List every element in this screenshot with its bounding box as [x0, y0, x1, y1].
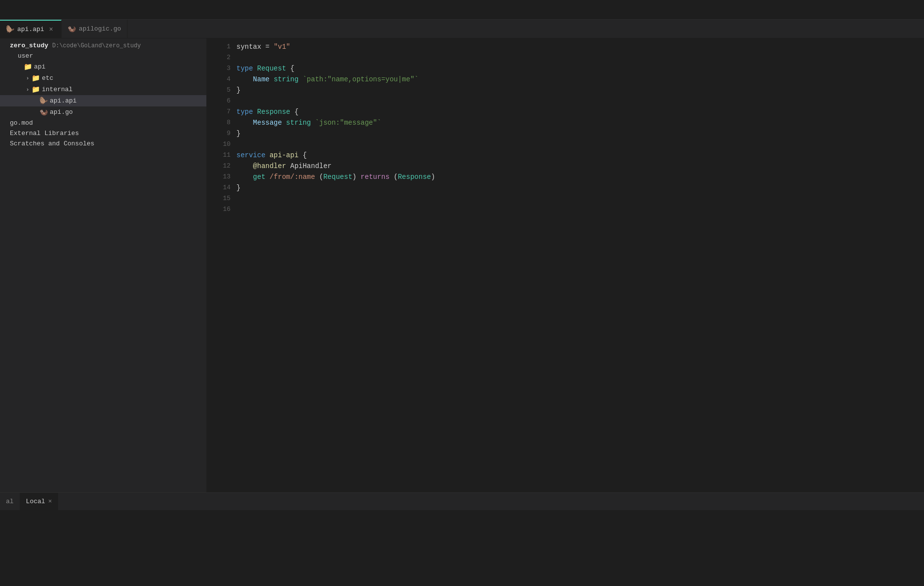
token-str: "v1" [274, 43, 291, 51]
code-line-8: Message string `json:"message"` [236, 117, 914, 128]
token-type-name: Request [323, 173, 352, 181]
token-method: get [253, 173, 265, 181]
line-number-9: 9 [207, 128, 231, 139]
code-line-9: } [236, 128, 914, 139]
token-plain [269, 75, 273, 83]
line-number-6: 6 [207, 96, 231, 106]
token-field-type: string [274, 75, 298, 83]
token-plain [265, 173, 269, 181]
bottom-tab-label-terminal-local: Local [26, 498, 45, 505]
close-bottom-tab-terminal-local[interactable]: × [48, 498, 52, 505]
token-plain [236, 119, 253, 127]
title-bar [0, 0, 924, 20]
token-plain: } [236, 130, 240, 138]
tab-apilogic-go[interactable]: 🦦 apilogic.go [62, 20, 128, 38]
token-url: /from/:name [269, 173, 315, 181]
line-number-10: 10 [207, 139, 231, 150]
line-number-7: 7 [207, 106, 231, 117]
token-kw-orange: returns [361, 173, 390, 181]
token-plain: { [298, 151, 307, 159]
tab-label-api-api: api.api [17, 26, 44, 33]
sidebar-item-go-mod[interactable]: go.mod [0, 118, 206, 128]
token-field-type: string [286, 119, 311, 127]
line-number-8: 8 [207, 117, 231, 128]
token-plain [282, 119, 286, 127]
chevron-icon: › [24, 87, 32, 93]
line-number-3: 3 [207, 63, 231, 74]
line-number-5: 5 [207, 85, 231, 96]
close-tab-api-api[interactable]: × [47, 25, 55, 34]
line-number-13: 13 [207, 172, 231, 182]
tab-label-apilogic-go: apilogic.go [79, 25, 121, 33]
token-plain: ( [390, 173, 398, 181]
sidebar-item-zero-study[interactable]: zero_study D:\code\GoLand\zero_study [0, 40, 206, 51]
token-plain: ApiHandler [290, 162, 331, 170]
code-container[interactable]: 12345678910111213141516 syntax = "v1" ty… [207, 38, 924, 492]
code-line-1: syntax = "v1" [236, 41, 914, 52]
sidebar-item-user[interactable]: user [0, 51, 206, 61]
code-line-6 [236, 96, 914, 106]
terminal-content[interactable] [0, 511, 924, 586]
bottom-tab-terminal-al[interactable]: al [0, 493, 20, 510]
token-plain [311, 119, 315, 127]
file-icon: 🦫 [39, 97, 48, 105]
line-number-11: 11 [207, 150, 231, 161]
tab-api-api[interactable]: 🦫 api.api × [0, 20, 62, 38]
editor-area: 12345678910111213141516 syntax = "v1" ty… [207, 38, 924, 492]
token-plain: { [290, 108, 298, 116]
bottom-tab-terminal-local[interactable]: Local × [20, 493, 59, 510]
line-number-14: 14 [207, 182, 231, 193]
token-kw: type [236, 65, 253, 72]
code-line-3: type Request { [236, 63, 914, 74]
sidebar-label: user [18, 52, 33, 60]
path-hint: D:\code\GoLand\zero_study [52, 42, 141, 49]
code-line-12: @handler ApiHandler [236, 161, 914, 172]
token-kw: type [236, 108, 253, 116]
sidebar-item-external-libraries[interactable]: External Libraries [0, 128, 206, 138]
sidebar-item-internal[interactable]: › 📁 internal [0, 84, 206, 95]
file-icon: 📁 [24, 63, 32, 71]
token-plain: { [286, 65, 295, 72]
token-plain [236, 173, 253, 181]
token-str-green: `json:"message"` [315, 119, 381, 127]
sidebar-item-api-go[interactable]: 🦦 api.go [0, 106, 206, 118]
line-number-15: 15 [207, 193, 231, 204]
sidebar-label: api [34, 63, 45, 70]
token-plain [236, 162, 253, 170]
code-lines[interactable]: syntax = "v1" type Request { Name string… [236, 38, 924, 492]
bottom-panel: al Local × [0, 492, 924, 586]
token-plain [265, 151, 269, 159]
sidebar-item-api-api[interactable]: 🦫 api.api [0, 95, 206, 106]
token-plain: ( [315, 173, 324, 181]
token-plain [286, 162, 290, 170]
sidebar-item-api[interactable]: 📁 api [0, 61, 206, 72]
code-line-7: type Response { [236, 106, 914, 117]
token-plain: } [236, 184, 240, 192]
sidebar-item-etc[interactable]: › 📁 etc [0, 72, 206, 84]
file-icon: 🦦 [39, 108, 48, 116]
code-line-14: } [236, 182, 914, 193]
token-type-name: Request [257, 65, 286, 72]
token-service-name: api-api [269, 151, 298, 159]
line-number-16: 16 [207, 204, 231, 215]
tab-bar: 🦫 api.api × 🦦 apilogic.go [0, 20, 924, 38]
sidebar-label: External Libraries [10, 130, 79, 137]
main-area: zero_study D:\code\GoLand\zero_study use… [0, 38, 924, 492]
token-type-name: Response [398, 173, 431, 181]
code-line-16 [236, 204, 914, 215]
line-numbers: 12345678910111213141516 [207, 38, 236, 492]
bottom-tabs: al Local × [0, 493, 924, 511]
line-number-2: 2 [207, 52, 231, 63]
bottom-tab-label-terminal-al: al [6, 498, 14, 505]
line-number-12: 12 [207, 161, 231, 172]
code-line-10 [236, 139, 914, 150]
sidebar-label: api.api [50, 97, 77, 104]
file-icon: 📁 [32, 74, 40, 82]
token-str-green: `path:"name,options=you|me"` [302, 75, 418, 83]
sidebar-item-scratches-and-consoles[interactable]: Scratches and Consoles [0, 138, 206, 149]
token-plain: ) [431, 173, 435, 181]
sidebar-label: zero_study [10, 42, 48, 49]
line-number-4: 4 [207, 74, 231, 85]
sidebar: zero_study D:\code\GoLand\zero_study use… [0, 38, 207, 492]
token-decorator: @handler [253, 162, 286, 170]
